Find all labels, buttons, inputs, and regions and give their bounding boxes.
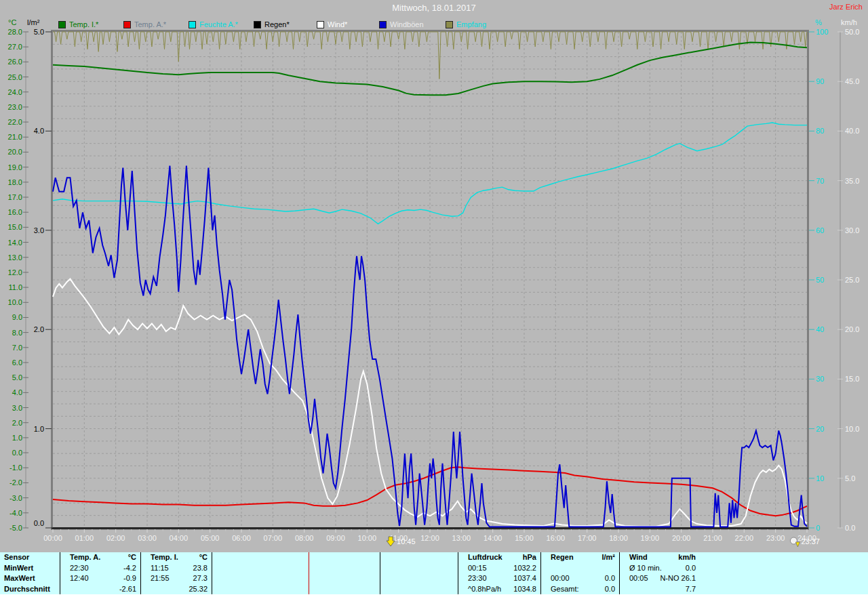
svg-text:23.0: 23.0	[8, 103, 22, 111]
svg-text:0.0: 0.0	[12, 449, 22, 457]
footer-cell-time: 21:55	[148, 573, 170, 584]
svg-text:25.0: 25.0	[845, 276, 859, 284]
svg-text:70: 70	[816, 177, 824, 185]
footer-value-row-regen: 00:000.0	[541, 573, 619, 584]
bottom-strip	[0, 594, 868, 597]
footer-value-row-luftdruck: 00:151032.2	[458, 563, 540, 574]
svg-text:18:00: 18:00	[609, 534, 628, 542]
svg-text:4.0: 4.0	[12, 388, 22, 396]
series-empfang	[53, 32, 807, 79]
gridlines	[53, 32, 807, 528]
svg-text:45.0: 45.0	[845, 77, 859, 85]
svg-text:50.0: 50.0	[845, 28, 859, 36]
svg-text:22.0: 22.0	[8, 118, 22, 126]
svg-text:30.0: 30.0	[845, 226, 859, 234]
marker-time-label: 10:45	[397, 537, 416, 545]
svg-text:0: 0	[816, 524, 820, 532]
svg-text:20: 20	[816, 425, 824, 433]
svg-text:20:00: 20:00	[672, 534, 691, 542]
marker-time-label: 23:37	[801, 537, 820, 545]
svg-text:16.0: 16.0	[8, 208, 22, 216]
footer-cell-value: 1032.2	[513, 563, 536, 574]
svg-text:28.0: 28.0	[8, 28, 22, 36]
svg-text:26.0: 26.0	[8, 58, 22, 66]
footer-cell-value: 0.0	[605, 584, 615, 595]
footer-col-title: Regen	[548, 552, 574, 563]
svg-text:02:00: 02:00	[106, 534, 125, 542]
svg-text:90: 90	[816, 77, 824, 85]
svg-text:22:00: 22:00	[735, 534, 754, 542]
svg-text:20.0: 20.0	[8, 148, 22, 156]
svg-text:19.0: 19.0	[8, 163, 22, 171]
footer-col-unit: °C	[128, 552, 136, 563]
footer-cell-value: 0.0	[605, 573, 615, 584]
footer-cell-time: Ø 10 min.	[627, 563, 662, 574]
svg-text:35.0: 35.0	[845, 177, 859, 185]
svg-text:23:00: 23:00	[766, 534, 785, 542]
footer-cell-time: Gesamt:	[548, 584, 579, 595]
footer-cell-time: 00:00	[548, 573, 570, 584]
footer-cell-time: 00:15	[465, 563, 487, 574]
svg-text:100: 100	[816, 28, 828, 36]
svg-text:20.0: 20.0	[845, 325, 859, 333]
footer-header-regen: Regenl/m²	[541, 552, 619, 563]
svg-text:04:00: 04:00	[170, 534, 189, 542]
y-axis-rain: 5.04.03.02.01.00.0	[34, 28, 52, 528]
svg-text:8.0: 8.0	[12, 329, 22, 337]
svg-text:-4.0: -4.0	[9, 509, 22, 517]
y-axis-wind: 50.045.040.035.030.025.020.015.010.05.00…	[837, 28, 859, 532]
footer-row-label: MinWert	[0, 563, 60, 574]
svg-text:30: 30	[816, 375, 824, 383]
svg-text:17:00: 17:00	[578, 534, 597, 542]
footer-value-row-regen	[541, 563, 619, 574]
svg-text:50: 50	[816, 276, 824, 284]
footer-cell-value: 1034.8	[513, 584, 536, 595]
svg-text:19:00: 19:00	[641, 534, 660, 542]
svg-text:-3.0: -3.0	[9, 494, 22, 502]
svg-text:27.0: 27.0	[8, 43, 22, 51]
footer-col-temp_i: Temp. I.°C11:1523.821:5527.325.32	[140, 552, 212, 594]
footer-cell-value: 25.32	[189, 584, 208, 595]
footer-row-label-text: MaxWert	[4, 573, 35, 584]
svg-text:2.0: 2.0	[12, 419, 22, 427]
footer-row-label: Sensor	[0, 552, 60, 563]
footer-cell-value: 7.7	[686, 584, 696, 595]
footer-cell-time: 22:30	[67, 563, 89, 574]
svg-text:07:00: 07:00	[264, 534, 283, 542]
svg-text:13:00: 13:00	[452, 534, 471, 542]
y-axis-temp: 28.027.026.025.024.023.022.021.020.019.0…	[8, 28, 28, 532]
svg-text:08:00: 08:00	[295, 534, 314, 542]
footer-value-row-temp_a: 22:30-4.2	[60, 563, 140, 574]
svg-text:6.0: 6.0	[12, 358, 22, 367]
footer-cell-value: -4.2	[123, 563, 136, 574]
svg-text:5.0: 5.0	[12, 373, 22, 382]
svg-text:10.0: 10.0	[8, 298, 22, 306]
footer-row-label-text: Sensor	[4, 552, 29, 563]
svg-text:09:00: 09:00	[326, 534, 345, 542]
footer-col-unit: °C	[199, 552, 208, 563]
svg-text:1.0: 1.0	[12, 434, 22, 442]
svg-text:12:00: 12:00	[420, 534, 439, 542]
svg-text:05:00: 05:00	[201, 534, 220, 542]
svg-text:24.0: 24.0	[8, 88, 22, 96]
footer-value-row-temp_a: -2.61	[60, 584, 140, 595]
footer-value-row-temp_a: 12:40-0.9	[60, 573, 140, 584]
svg-text:15.0: 15.0	[845, 375, 859, 383]
svg-text:16:00: 16:00	[547, 534, 566, 542]
footer-col-luftdruck: LuftdruckhPa00:151032.223:301037.4^0.8hP…	[458, 552, 540, 594]
footer-cell-value: 1037.4	[513, 573, 536, 584]
footer-value-row-luftdruck: ^0.8hPa/h1034.8	[458, 584, 540, 595]
svg-text:14.0: 14.0	[8, 239, 22, 247]
svg-text:18.0: 18.0	[8, 178, 22, 186]
svg-text:5.0: 5.0	[845, 474, 855, 482]
svg-text:7.0: 7.0	[12, 344, 22, 352]
footer-value-row-temp_i: 25.32	[141, 584, 212, 595]
svg-text:60: 60	[816, 226, 824, 234]
svg-text:4.0: 4.0	[34, 127, 44, 135]
svg-text:40: 40	[816, 325, 824, 333]
footer-cell-time: ^0.8hPa/h	[465, 584, 501, 595]
footer-col-row-labels: SensorMinWertMaxWertDurchschnitt	[0, 552, 60, 594]
footer-cell-time: 11:15	[148, 563, 169, 574]
footer-cell-time: 00:05	[627, 573, 648, 584]
footer-cell-time: 12:40	[67, 573, 89, 584]
